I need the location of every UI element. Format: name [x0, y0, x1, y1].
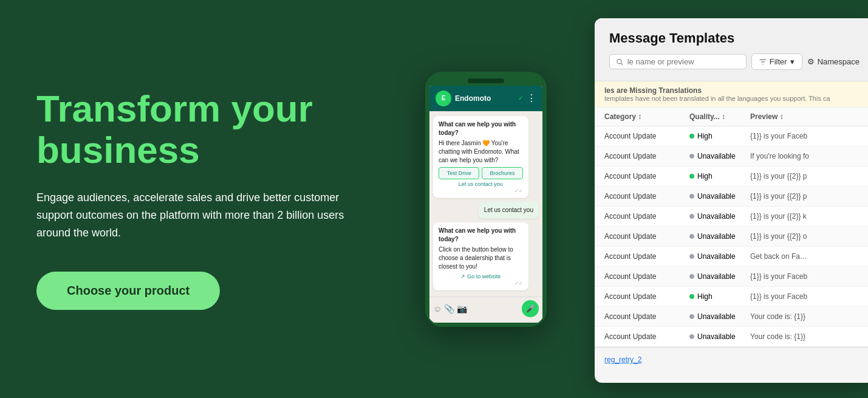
cell-preview: Your code is: {1}} [750, 312, 811, 321]
cell-preview: {1}} is your Faceb [750, 272, 811, 281]
table-row[interactable]: Account Update Unavailable {1}} is your … [595, 207, 868, 227]
emoji-icon[interactable]: ☺ [433, 304, 442, 314]
cell-category: Account Update [604, 132, 689, 140]
camera-icon[interactable]: 📷 [457, 304, 467, 314]
message-input[interactable] [470, 301, 519, 316]
quality-dot [689, 294, 694, 299]
quality-label: Unavailable [697, 252, 736, 261]
msg1-time: ✓✓ [439, 188, 523, 194]
table-body: Account Update High {1}} is your Faceb A… [595, 126, 868, 347]
col-preview[interactable]: Preview ↕ [750, 112, 811, 121]
cell-quality: High [689, 172, 750, 180]
cta-button[interactable]: Choose your product [36, 272, 220, 310]
quality-dot [689, 234, 694, 239]
link-icon: ↗ [460, 273, 465, 280]
reg-retry-link[interactable]: reg_retry_2 [604, 355, 641, 364]
table-row[interactable]: Account Update Unavailable {1}} is your … [595, 187, 868, 207]
table-row[interactable]: Account Update Unavailable {1}} is your … [595, 227, 868, 247]
contact-link[interactable]: Let us contact you [439, 181, 523, 187]
quality-label: High [697, 172, 713, 180]
table-row[interactable]: Account Update Unavailable Get back on F… [595, 247, 868, 267]
filter-button[interactable]: Filter ▾ [751, 53, 802, 70]
templates-panel: Message Templates Filter ▾ ⚙ Namespace [595, 18, 868, 383]
msg1-body: Hi there Jasmin 🧡 You're chatting with E… [439, 139, 523, 165]
cell-category: Account Update [604, 332, 689, 341]
chat-name: Endomoto [455, 94, 514, 103]
verified-icon: ✓ [518, 95, 523, 101]
chat-header: E Endomoto ✓ ⋮ [429, 86, 542, 111]
quality-dot [689, 174, 694, 179]
chat-input-bar: ☺ 📎 📷 🎤 [429, 297, 542, 320]
cell-preview: {1}} is your {{2}} p [750, 172, 811, 180]
msg3-time: ✓✓ [439, 281, 523, 286]
quality-label: Unavailable [697, 152, 736, 160]
cell-preview: {1}} is your Faceb [750, 132, 811, 140]
templates-title: Message Templates [609, 30, 859, 46]
msg1-buttons: Test Drive Brochures [439, 167, 523, 179]
cell-quality: Unavailable [689, 212, 750, 221]
chat-messages: What can we help you with today? Hi ther… [429, 111, 542, 295]
right-section: Message Templates Filter ▾ ⚙ Namespace [413, 0, 868, 398]
cell-quality: Unavailable [689, 332, 750, 341]
namespace-button[interactable]: ⚙ Namespace [807, 57, 859, 66]
table-row[interactable]: Account Update Unavailable If you're loo… [595, 146, 868, 166]
test-drive-button[interactable]: Test Drive [439, 167, 479, 179]
filter-label: Filter [770, 57, 787, 66]
hero-subtitle: Engage audiences, accelerate sales and d… [36, 189, 377, 241]
cell-quality: High [689, 292, 750, 301]
quality-dot [689, 314, 694, 319]
cell-quality: High [689, 132, 750, 140]
message-bubble-2: What can we help you with today? Click o… [433, 222, 528, 290]
cell-category: Account Update [604, 212, 689, 221]
svg-point-0 [617, 59, 621, 63]
cell-preview: Get back on Faceb [750, 252, 811, 261]
msg-out-text: Let us contact you [484, 206, 533, 214]
cell-preview: {1}} is your {{2}} o [750, 232, 811, 241]
col-quality[interactable]: Quality... ↕ [689, 112, 750, 121]
search-icon [616, 58, 624, 66]
cell-category: Account Update [604, 152, 689, 160]
mic-button[interactable]: 🎤 [522, 300, 539, 317]
cell-quality: Unavailable [689, 272, 750, 281]
col-extra [811, 112, 864, 121]
table-row[interactable]: Account Update Unavailable Your code is:… [595, 327, 868, 347]
cell-category: Account Update [604, 172, 689, 180]
attach-icon[interactable]: 📎 [444, 304, 454, 314]
brochures-button[interactable]: Brochures [482, 167, 522, 179]
search-input[interactable] [627, 57, 740, 66]
cell-preview: {1}} is your {{2}} p [750, 192, 811, 201]
warning-bar: les are Missing Translations templates h… [595, 81, 868, 108]
svg-line-1 [621, 63, 623, 64]
quality-dot [689, 214, 694, 219]
col-category[interactable]: Category ↕ [604, 112, 689, 121]
cell-category: Account Update [604, 192, 689, 201]
quality-dot [689, 154, 694, 159]
search-box[interactable] [609, 54, 747, 69]
hero-title: Transform your business [36, 88, 377, 171]
cell-category: Account Update [604, 252, 689, 261]
cell-category: Account Update [604, 232, 689, 241]
quality-label: High [697, 132, 713, 140]
hero-section: Transform your business Engage audiences… [0, 52, 413, 347]
table-header-row: Category ↕ Quality... ↕ Preview ↕ [595, 108, 868, 126]
table-row[interactable]: Account Update High {1}} is your Faceb [595, 126, 868, 146]
cell-category: Account Update [604, 272, 689, 281]
templates-toolbar: Filter ▾ ⚙ Namespace [609, 53, 859, 70]
phone-notch [468, 78, 504, 83]
table-row[interactable]: Account Update High {1}} is your {{2}} p [595, 166, 868, 187]
quality-label: Unavailable [697, 332, 736, 341]
quality-label: Unavailable [697, 272, 736, 281]
table-row[interactable]: Account Update Unavailable Your code is:… [595, 307, 868, 327]
cell-quality: Unavailable [689, 312, 750, 321]
cell-quality: Unavailable [689, 232, 750, 241]
warning-title: les are Missing Translations [604, 86, 864, 95]
more-icon[interactable]: ⋮ [527, 92, 536, 104]
table-row[interactable]: Account Update High {1}} is your Faceb [595, 287, 868, 307]
bottom-row: reg_retry_2 [595, 347, 868, 371]
table-row[interactable]: Account Update Unavailable {1}} is your … [595, 267, 868, 287]
go-to-website-button[interactable]: ↗ Go to website [439, 273, 523, 280]
quality-label: Unavailable [697, 192, 736, 201]
message-bubble-1: What can we help you with today? Hi ther… [433, 116, 528, 198]
namespace-label: Namespace [818, 57, 859, 66]
cell-preview: {1}} is your {{2}} k [750, 212, 811, 221]
